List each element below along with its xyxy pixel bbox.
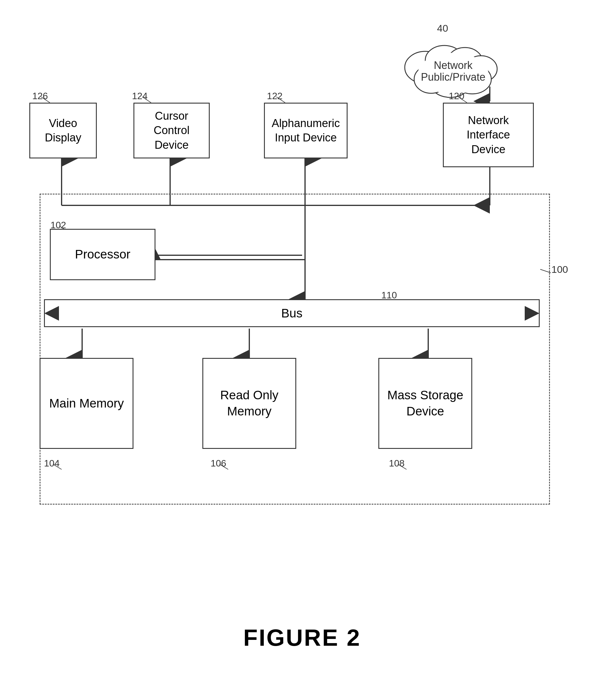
svg-point-9: [465, 56, 497, 82]
svg-point-8: [447, 48, 482, 76]
svg-point-10: [453, 65, 491, 94]
processor-box: Processor: [50, 229, 155, 280]
network-interface-box: NetworkInterfaceDevice: [443, 103, 534, 167]
svg-text:Public/Private: Public/Private: [421, 71, 485, 83]
svg-point-6: [405, 51, 446, 83]
svg-line-40: [276, 97, 285, 103]
svg-text:126: 126: [32, 91, 48, 101]
svg-text:Network: Network: [434, 59, 473, 71]
svg-marker-47: [44, 306, 59, 321]
svg-point-7: [425, 46, 464, 75]
svg-text:120: 120: [449, 91, 464, 101]
svg-point-11: [430, 67, 471, 98]
mass-storage-box: Mass StorageDevice: [378, 358, 472, 449]
cursor-control-box: Cursor ControlDevice: [133, 103, 210, 158]
diagram-container: Network Public/Private 40 100: [24, 17, 581, 663]
svg-line-38: [41, 97, 50, 103]
video-display-box: Video Display: [29, 103, 97, 158]
ref-100: 100: [551, 264, 568, 275]
main-memory-box: Main Memory: [40, 358, 133, 449]
ref-40: 40: [437, 23, 448, 34]
bus-container: Bus: [44, 299, 540, 327]
figure-caption: FIGURE 2: [24, 624, 581, 651]
svg-line-39: [142, 97, 151, 103]
svg-line-41: [458, 97, 467, 103]
svg-text:124: 124: [132, 91, 147, 101]
svg-point-12: [414, 65, 448, 93]
alphanumeric-box: AlphanumericInput Device: [264, 103, 348, 158]
svg-point-13: [418, 53, 488, 94]
bus-box: Bus: [44, 299, 540, 327]
read-only-memory-box: Read OnlyMemory: [203, 358, 296, 449]
svg-marker-48: [525, 306, 539, 321]
bus-label: Bus: [281, 306, 302, 320]
svg-text:122: 122: [267, 91, 283, 101]
